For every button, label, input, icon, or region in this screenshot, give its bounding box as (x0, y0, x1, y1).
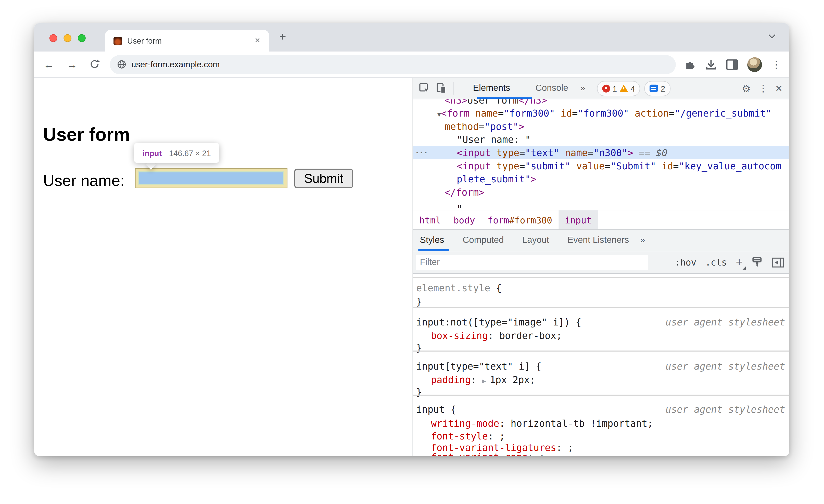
more-sidebar-tabs-chevrons[interactable]: » (636, 229, 649, 250)
code-line[interactable]: method="post"> (413, 120, 789, 133)
tooltip-element-size: 146.67 × 21 (169, 148, 211, 158)
error-icon: ✕ (602, 84, 610, 92)
styles-tab-active-indicator (418, 249, 449, 251)
tab-console[interactable]: Console (528, 78, 576, 99)
code-line[interactable]: } (413, 295, 789, 308)
rule-separator (413, 307, 789, 308)
submit-button[interactable]: Submit (294, 169, 353, 188)
sidebar-toggle-icon[interactable] (772, 258, 784, 267)
download-icon[interactable] (705, 59, 717, 70)
code-line[interactable]: box-sizing: border-box; (413, 329, 789, 342)
inspect-highlight-overlay (138, 172, 284, 185)
dom-tree[interactable]: <h3>User form</h3>▼<form name="form300" … (413, 99, 789, 210)
code-line[interactable]: <h3>User form</h3> (413, 99, 789, 107)
code-line[interactable]: element.style { (413, 282, 789, 294)
extensions-puzzle-icon[interactable] (684, 59, 696, 70)
tab-layout[interactable]: Layout (515, 229, 556, 250)
inspect-element-icon[interactable] (418, 82, 431, 94)
devtools-settings-gear-icon[interactable]: ⚙ (740, 82, 752, 94)
message-icon (650, 85, 658, 92)
warning-count: 4 (631, 84, 635, 93)
code-line[interactable]: writing-mode: horizontal-tb !important; (413, 417, 789, 430)
code-line[interactable]: "User name: " (413, 133, 789, 146)
devtools-menu-kebab-icon[interactable]: ⋮ (757, 82, 769, 94)
stylesheet-origin-label: user agent stylesheet (665, 360, 785, 373)
username-label: User name: (43, 172, 125, 190)
code-line[interactable]: plete_submit"> (413, 173, 789, 186)
code-line[interactable]: padding: ▶ 1px 2px; (413, 374, 789, 386)
code-line[interactable]: } (413, 386, 789, 398)
tab-elements[interactable]: Elements (465, 78, 518, 99)
macos-close-button[interactable] (49, 34, 58, 42)
error-count: 1 (613, 84, 617, 93)
new-style-rule-button[interactable]: + (736, 257, 742, 268)
breadcrumb-item[interactable]: input (558, 210, 598, 229)
browser-tab[interactable]: User form ✕ (105, 30, 269, 51)
class-toggle[interactable]: .cls (705, 257, 727, 268)
warning-icon: ! (620, 85, 628, 92)
styles-filter-input[interactable] (416, 255, 648, 270)
username-input[interactable] (135, 168, 288, 188)
site-info-globe-icon[interactable] (117, 60, 126, 69)
styles-filter-row: :hov .cls + (413, 251, 789, 274)
toolbar-divider (453, 82, 453, 94)
devtools-panel: Elements Console » ✕ 1 ! 4 2 ⚙ ⋮ (413, 78, 789, 456)
code-line[interactable]: </form> (413, 185, 789, 199)
forward-icon[interactable]: → (66, 58, 78, 71)
styles-pane[interactable]: element.style {}input:not([type="image" … (413, 274, 789, 456)
more-panels-chevrons[interactable]: » (576, 78, 589, 99)
rule-separator (413, 277, 789, 278)
code-line[interactable]: input[type="text" i] {user agent stylesh… (413, 360, 789, 373)
code-line[interactable]: input:not([type="image" i]) {user agent … (413, 316, 789, 328)
elements-tab-active-indicator (477, 97, 532, 99)
back-icon[interactable]: ← (42, 58, 55, 71)
code-line[interactable]: } (413, 341, 789, 354)
pseudo-state-toggle[interactable]: :hov (675, 257, 696, 268)
breadcrumb-item[interactable]: html (413, 210, 447, 229)
code-line[interactable]: input {user agent stylesheet (413, 403, 789, 415)
dom-node-options-dots[interactable]: ••• (416, 146, 428, 160)
issues-errors-warnings-badge[interactable]: ✕ 1 ! 4 (597, 81, 640, 96)
code-line[interactable]: <input type="submit" value="Submit" id="… (413, 159, 789, 173)
window-content: User form input 146.67 × 21 User name: S… (34, 78, 789, 456)
profile-avatar[interactable] (747, 57, 762, 72)
device-toolbar-icon[interactable] (435, 82, 447, 94)
macos-zoom-button[interactable] (78, 34, 86, 42)
rendering-paint-icon[interactable] (751, 257, 763, 268)
code-line[interactable]: font-variant-caps: ; (413, 451, 789, 456)
screenshot-stage: User form ✕ + ← → user-form.example.com (0, 0, 824, 504)
inspect-tooltip: input 146.67 × 21 (134, 143, 219, 163)
message-count: 2 (661, 84, 665, 93)
web-page: User form input 146.67 × 21 User name: S… (34, 78, 413, 456)
code-line[interactable]: " (413, 202, 789, 210)
new-tab-button[interactable]: + (276, 30, 290, 44)
sidebar-tab-bar: Styles Computed Layout Event Listeners » (413, 229, 789, 251)
code-line[interactable]: <input type="text" name="n300"> == $0••• (413, 146, 789, 160)
tab-event-listeners[interactable]: Event Listeners (560, 229, 636, 250)
stylesheet-origin-label: user agent stylesheet (665, 316, 785, 328)
tab-title: User form (127, 36, 162, 45)
breadcrumb-item[interactable]: form#form300 (481, 210, 558, 229)
devtools-close-icon[interactable]: ✕ (772, 82, 785, 94)
breadcrumb-item[interactable]: body (447, 210, 481, 229)
styles-toolbar-cluster: :hov .cls + (675, 257, 784, 268)
tab-close-icon[interactable]: ✕ (252, 35, 263, 46)
breadcrumb: htmlbodyform#form300input (413, 210, 789, 229)
console-messages-badge[interactable]: 2 (644, 81, 671, 96)
tab-styles[interactable]: Styles (413, 229, 451, 250)
tab-favicon (113, 36, 122, 45)
macos-minimize-button[interactable] (64, 34, 72, 42)
stylesheet-origin-label: user agent stylesheet (665, 403, 785, 415)
tab-computed[interactable]: Computed (456, 229, 511, 250)
tab-search-chevron-icon[interactable] (768, 34, 776, 39)
omnibox[interactable]: user-form.example.com (110, 55, 676, 74)
toolbar-right-icons: ⋮ (684, 57, 789, 72)
reload-icon[interactable] (89, 58, 101, 71)
code-line[interactable]: font-style: ; (413, 430, 789, 442)
browser-toolbar: ← → user-form.example.com ⋮ (34, 52, 789, 78)
chrome-menu-kebab-icon[interactable]: ⋮ (771, 58, 781, 71)
code-line[interactable]: ▼<form name="form300" id="form300" actio… (413, 107, 789, 120)
browser-window: User form ✕ + ← → user-form.example.com (34, 23, 789, 456)
side-panel-icon[interactable] (726, 59, 738, 70)
devtools-toolbar: Elements Console » ✕ 1 ! 4 2 ⚙ ⋮ (413, 78, 789, 99)
